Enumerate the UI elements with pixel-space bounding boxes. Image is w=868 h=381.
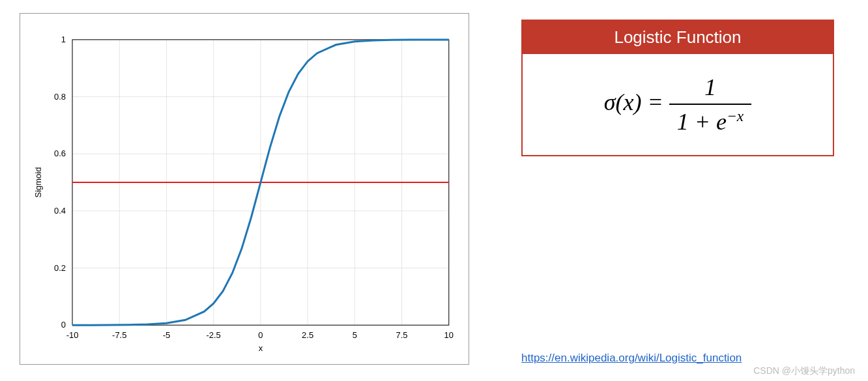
svg-text:1: 1 — [61, 35, 66, 44]
svg-text:0.6: 0.6 — [54, 148, 66, 158]
right-panel: Logistic Function σ(x) = 1 1 + e−x https… — [521, 13, 834, 365]
svg-text:0: 0 — [61, 320, 66, 330]
svg-text:2.5: 2.5 — [302, 330, 313, 340]
wiki-link[interactable]: https://en.wikipedia.org/wiki/Logistic_f… — [521, 352, 834, 365]
x-axis-label: x — [259, 343, 263, 353]
svg-text:5: 5 — [353, 330, 357, 340]
watermark: CSDN @小馒头学python — [753, 365, 855, 377]
chart-panel: -10 -7.5 -5 -2.5 0 2.5 5 7.5 10 0 0.2 0.… — [20, 13, 469, 365]
sigma-symbol: σ — [604, 89, 616, 115]
x-tick-labels: -10 -7.5 -5 -2.5 0 2.5 5 7.5 10 — [66, 330, 454, 340]
formula-box: Logistic Function σ(x) = 1 1 + e−x — [521, 20, 834, 156]
sigmoid-chart: -10 -7.5 -5 -2.5 0 2.5 5 7.5 10 0 0.2 0.… — [27, 20, 462, 358]
svg-text:0.8: 0.8 — [54, 92, 66, 102]
svg-text:0.4: 0.4 — [54, 206, 66, 216]
svg-text:-5: -5 — [163, 330, 171, 340]
y-axis-label: Sigmoid — [33, 167, 43, 198]
y-tick-labels: 0 0.2 0.4 0.6 0.8 1 — [54, 35, 66, 330]
formula-title: Logistic Function — [523, 21, 833, 54]
chart-svg: -10 -7.5 -5 -2.5 0 2.5 5 7.5 10 0 0.2 0.… — [27, 20, 462, 358]
svg-text:-2.5: -2.5 — [207, 330, 221, 340]
svg-text:0.2: 0.2 — [54, 263, 66, 273]
svg-text:7.5: 7.5 — [396, 330, 408, 340]
svg-text:10: 10 — [444, 330, 454, 340]
svg-text:-10: -10 — [66, 330, 79, 340]
svg-text:-7.5: -7.5 — [112, 330, 126, 340]
formula-equation: σ(x) = 1 1 + e−x — [523, 54, 833, 155]
svg-text:0: 0 — [258, 330, 263, 340]
